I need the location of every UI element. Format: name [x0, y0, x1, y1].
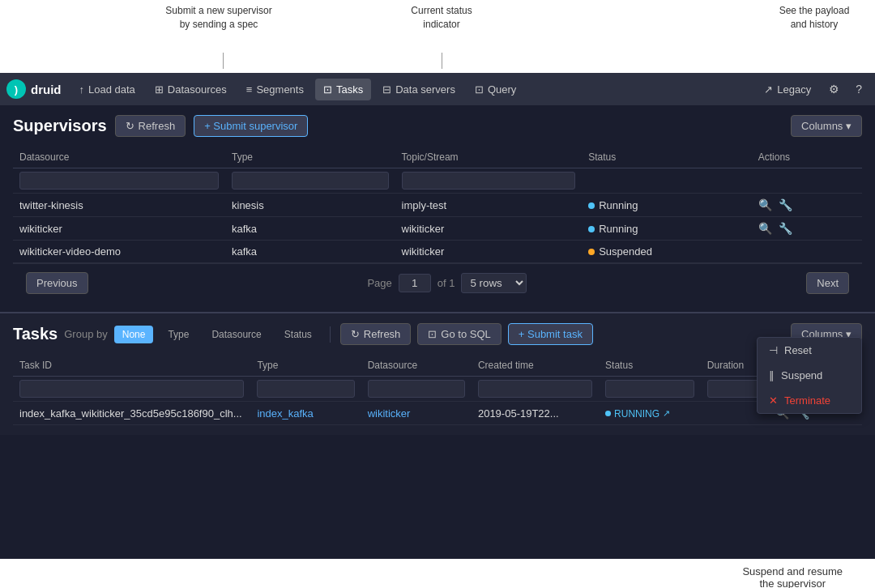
- supervisors-columns-button[interactable]: Columns ▾: [791, 115, 862, 137]
- rows-select[interactable]: 5 rows 10 rows 20 rows: [461, 273, 527, 293]
- main-content: Supervisors ↻ Refresh + Submit superviso…: [0, 105, 875, 559]
- nav-query[interactable]: ⊡ Query: [467, 79, 524, 100]
- row-actions: [752, 241, 862, 263]
- group-type-button[interactable]: Type: [160, 326, 197, 343]
- next-label: Next: [817, 277, 839, 289]
- nav-data-servers[interactable]: ⊟ Data servers: [374, 79, 463, 100]
- logo: ) druid: [6, 79, 62, 99]
- nav-legacy-label: Legacy: [777, 83, 811, 96]
- nav-load-data[interactable]: ↑ Load data: [71, 79, 143, 100]
- submit-supervisor-button[interactable]: + Submit supervisor: [194, 115, 308, 137]
- running-badge: RUNNING ↗: [605, 408, 670, 420]
- supervisors-table: Datasource Type Topic/Stream Status Acti…: [13, 147, 862, 263]
- nav-segments[interactable]: ≡ Segments: [238, 79, 312, 100]
- query-icon: ⊡: [475, 83, 484, 96]
- filter-task-id[interactable]: [19, 380, 244, 398]
- submit-task-label: + Submit task: [519, 328, 583, 340]
- external-link-icon[interactable]: ↗: [663, 408, 670, 419]
- task-type-link[interactable]: index_kafka: [257, 407, 313, 420]
- row-status: Running: [582, 217, 752, 241]
- wrench-action-icon[interactable]: 🔧: [779, 222, 792, 235]
- supervisors-section: Supervisors ↻ Refresh + Submit superviso…: [0, 105, 875, 312]
- col-task-id: Task ID: [13, 355, 250, 377]
- group-datasource-button[interactable]: Datasource: [203, 326, 269, 343]
- annotation-line-status: [442, 53, 442, 69]
- annotation-status: Current status indicator: [389, 4, 494, 32]
- status-dot-running: [588, 226, 595, 232]
- task-type-cell: index_kafka: [250, 402, 361, 425]
- row-datasource: wikiticker: [13, 217, 225, 241]
- context-menu-reset[interactable]: ⊣ Reset: [758, 338, 861, 363]
- next-button[interactable]: Next: [806, 272, 849, 294]
- group-none-button[interactable]: None: [114, 326, 154, 343]
- filter-task-type[interactable]: [257, 380, 354, 398]
- pagination-center: Page of 1 5 rows 10 rows 20 rows: [367, 273, 527, 293]
- filter-task-duration[interactable]: [707, 380, 762, 398]
- filter-datasource[interactable]: [19, 172, 219, 190]
- data-servers-icon: ⊟: [382, 83, 391, 96]
- nav-load-data-label: Load data: [88, 83, 135, 96]
- col-task-created: Created time: [472, 355, 599, 377]
- table-row: index_kafka_wikiticker_35cd5e95c186f90_c…: [13, 402, 862, 425]
- row-status: Running: [582, 194, 752, 217]
- nav-right: ↗ Legacy ⚙ ?: [756, 79, 869, 100]
- submit-supervisor-label: + Submit supervisor: [204, 120, 297, 132]
- sql-icon: ⊡: [428, 328, 437, 340]
- search-action-icon[interactable]: 🔍: [758, 222, 772, 235]
- context-menu-suspend[interactable]: ∥ Suspend: [758, 363, 861, 388]
- supervisors-refresh-button[interactable]: ↻ Refresh: [115, 115, 186, 137]
- row-type: kinesis: [225, 194, 395, 217]
- col-task-datasource: Datasource: [361, 355, 472, 377]
- supervisors-table-header: Datasource Type Topic/Stream Status Acti…: [13, 147, 862, 168]
- search-action-icon[interactable]: 🔍: [758, 198, 772, 211]
- nav-help[interactable]: ?: [849, 79, 869, 99]
- task-status-cell: RUNNING ↗: [599, 402, 701, 425]
- col-datasource: Datasource: [13, 147, 225, 168]
- context-menu-terminate[interactable]: ✕ Terminate: [758, 388, 861, 413]
- task-datasource-link[interactable]: wikiticker: [368, 407, 411, 420]
- tasks-table: Task ID Type Datasource Created time Sta…: [13, 355, 862, 425]
- task-id-cell: index_kafka_wikiticker_35cd5e95c186f90_c…: [13, 402, 250, 425]
- nav-legacy[interactable]: ↗ Legacy: [756, 79, 819, 100]
- page-input[interactable]: [399, 274, 431, 292]
- supervisors-refresh-label: Refresh: [139, 120, 176, 132]
- filter-task-created[interactable]: [478, 380, 592, 398]
- nav-datasources[interactable]: ⊞ Datasources: [147, 79, 235, 100]
- row-actions: 🔍 🔧: [752, 217, 862, 241]
- submit-task-button[interactable]: + Submit task: [508, 323, 593, 345]
- task-created-cell: 2019-05-19T22...: [472, 402, 599, 425]
- datasources-icon: ⊞: [155, 83, 164, 96]
- filter-topic[interactable]: [402, 172, 576, 190]
- nav-settings[interactable]: ⚙: [822, 79, 846, 99]
- row-topic: imply-test: [395, 194, 583, 217]
- col-actions: Actions: [752, 147, 862, 168]
- col-task-type: Type: [250, 355, 361, 377]
- tasks-refresh-button[interactable]: ↻ Refresh: [340, 323, 412, 345]
- row-type: kafka: [225, 241, 395, 263]
- tasks-table-header: Task ID Type Datasource Created time Sta…: [13, 355, 862, 377]
- suspend-icon: ∥: [769, 369, 775, 381]
- nav-tasks[interactable]: ⊡ Tasks: [315, 79, 371, 100]
- row-actions: 🔍 🔧: [752, 194, 862, 217]
- annotation-line-submit: [223, 53, 224, 69]
- group-status-button[interactable]: Status: [276, 326, 320, 343]
- go-to-sql-label: Go to SQL: [441, 328, 490, 340]
- col-task-status: Status: [599, 355, 701, 377]
- filter-task-datasource[interactable]: [368, 380, 465, 398]
- group-by-label: Group by: [64, 328, 107, 340]
- wrench-action-icon[interactable]: 🔧: [779, 198, 792, 211]
- filter-type[interactable]: [232, 172, 389, 190]
- navbar: ) druid ↑ Load data ⊞ Datasources ≡ Segm…: [0, 73, 875, 105]
- tasks-icon: ⊡: [323, 83, 332, 96]
- annotation-submit: Submit a new supervisor by sending a spe…: [162, 4, 275, 32]
- previous-label: Previous: [36, 277, 78, 289]
- annotation-area-top: Submit a new supervisor by sending a spe…: [0, 0, 875, 73]
- supervisors-filter-row: [13, 168, 862, 194]
- go-to-sql-button[interactable]: ⊡ Go to SQL: [417, 323, 501, 345]
- previous-button[interactable]: Previous: [26, 272, 88, 294]
- legacy-icon: ↗: [764, 83, 773, 96]
- tasks-refresh-icon: ↻: [351, 328, 360, 340]
- suspend-label: Suspend: [781, 369, 822, 381]
- nav-datasources-label: Datasources: [168, 83, 227, 96]
- filter-task-status[interactable]: [605, 380, 694, 398]
